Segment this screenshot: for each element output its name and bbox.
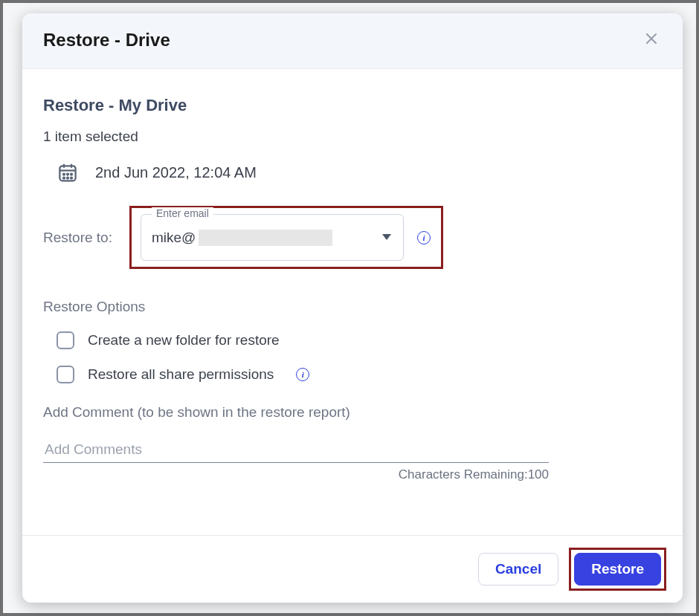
timestamp-row: 2nd Jun 2022, 12:04 AM	[43, 161, 662, 184]
timestamp-text: 2nd Jun 2022, 12:04 AM	[95, 164, 257, 181]
modal-title: Restore - Drive	[43, 30, 170, 51]
checkbox-new-folder[interactable]	[57, 331, 74, 349]
option-share-perms-label: Restore all share permissions	[88, 366, 274, 383]
svg-point-6	[63, 174, 65, 175]
email-combobox[interactable]: Enter email mike@	[141, 214, 404, 261]
email-prefix: mike@	[152, 230, 196, 246]
option-share-perms-row: Restore all share permissions i	[43, 366, 662, 383]
comment-label: Add Comment (to be shown in the restore …	[43, 404, 662, 421]
cancel-button[interactable]: Cancel	[478, 553, 558, 586]
restore-options-label: Restore Options	[43, 299, 662, 315]
restore-to-label: Restore to:	[43, 230, 117, 246]
email-redacted	[199, 230, 332, 246]
restore-subtitle: Restore - My Drive	[43, 96, 662, 115]
modal-footer: Cancel Restore	[22, 535, 683, 603]
email-value: mike@	[152, 230, 332, 246]
calendar-icon	[57, 161, 79, 184]
restore-button[interactable]: Restore	[574, 553, 661, 586]
svg-marker-12	[382, 234, 391, 240]
option-new-folder-row: Create a new folder for restore	[43, 331, 662, 349]
email-highlight-box: Enter email mike@ i	[129, 206, 443, 269]
selected-count: 1 item selected	[43, 129, 662, 145]
svg-point-10	[67, 178, 68, 179]
comment-input[interactable]	[43, 437, 549, 463]
modal-backdrop: Restore - Drive Restore - My Drive 1 ite…	[0, 0, 699, 616]
chevron-down-icon	[381, 231, 393, 244]
checkbox-share-perms[interactable]	[57, 366, 74, 383]
email-float-label: Enter email	[152, 207, 213, 219]
restore-to-row: Restore to: Enter email mike@ i	[43, 206, 662, 269]
restore-modal: Restore - Drive Restore - My Drive 1 ite…	[22, 13, 683, 603]
info-icon[interactable]: i	[296, 368, 309, 381]
svg-point-9	[63, 178, 65, 179]
option-new-folder-label: Create a new folder for restore	[88, 332, 280, 348]
modal-header: Restore - Drive	[22, 13, 683, 69]
modal-body: Restore - My Drive 1 item selected	[22, 69, 683, 535]
svg-point-11	[71, 178, 72, 179]
svg-point-8	[71, 174, 72, 175]
restore-highlight-box: Restore	[569, 548, 666, 591]
info-icon[interactable]: i	[417, 231, 431, 244]
close-button[interactable]	[641, 30, 662, 51]
svg-point-7	[67, 174, 68, 175]
chars-remaining: Characters Remaining:100	[43, 467, 549, 482]
close-icon	[644, 30, 659, 51]
